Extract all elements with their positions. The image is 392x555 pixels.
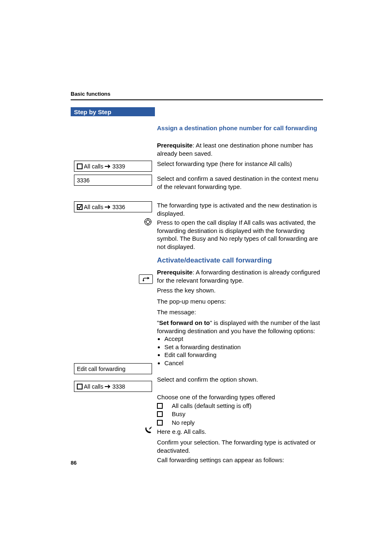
p-the-message: The message: bbox=[157, 308, 323, 316]
forward-arrow-icon bbox=[142, 277, 150, 282]
p-press-open-call-display: Press to open the call display If All ca… bbox=[157, 219, 323, 251]
breadcrumb: Basic functions bbox=[71, 91, 111, 97]
option-set-destination: Set a forwarding destination bbox=[164, 343, 323, 351]
checkbox-checked-icon bbox=[77, 204, 83, 210]
checkbox-empty-icon bbox=[77, 384, 83, 389]
prerequisite-1: Prerequisite: At least one destination p… bbox=[157, 141, 323, 157]
forwarding-type-list: All calls (default setting is off) Busy … bbox=[157, 402, 323, 427]
p-select-saved-destination: Select and confirm a saved destination i… bbox=[157, 175, 323, 191]
options-list: Accept Set a forwarding destination Edit… bbox=[157, 335, 323, 367]
display-text: Edit call forwarding bbox=[77, 366, 125, 372]
check-label: All calls (default setting is off) bbox=[172, 402, 251, 410]
display-dest: 3339 bbox=[112, 163, 125, 170]
p-here-all-calls: Here e.g. All calls. bbox=[157, 428, 323, 436]
display-3336: 3336 bbox=[74, 175, 152, 186]
option-cancel: Cancel bbox=[164, 359, 323, 367]
display-label: All calls bbox=[84, 383, 103, 390]
svg-point-5 bbox=[146, 220, 150, 223]
option-edit-forwarding: Edit call forwarding bbox=[164, 351, 323, 359]
arrow-right-icon bbox=[104, 205, 111, 210]
prerequisite-label: Prerequisite bbox=[157, 269, 193, 276]
svg-line-15 bbox=[149, 427, 152, 429]
prerequisite-label: Prerequisite bbox=[157, 142, 193, 149]
p-type-activated: The forwarding type is activated and the… bbox=[157, 201, 323, 217]
p-settings-appear: Call forwarding settings can appear as f… bbox=[157, 456, 323, 464]
check-busy: Busy bbox=[157, 410, 323, 418]
p-select-confirm-option: Select and confirm the option shown. bbox=[157, 375, 323, 384]
arrow-right-icon bbox=[104, 164, 111, 169]
p-choose-forwarding-type: Choose one of the forwarding types offer… bbox=[157, 393, 323, 401]
nav-wheel-icon bbox=[144, 218, 152, 226]
display-label: All calls bbox=[84, 163, 103, 170]
svg-rect-0 bbox=[77, 164, 82, 169]
checkbox-empty-icon bbox=[157, 420, 163, 426]
checkbox-empty-icon bbox=[157, 403, 163, 409]
handset-off-icon bbox=[144, 426, 152, 434]
page-number: 86 bbox=[71, 460, 76, 466]
check-label: No reply bbox=[172, 419, 195, 427]
svg-marker-11 bbox=[148, 277, 150, 279]
display-dest: 3336 bbox=[112, 204, 125, 210]
header-rule bbox=[71, 99, 323, 100]
p-select-forwarding-type: Select forwarding type (here for instanc… bbox=[157, 160, 321, 168]
check-label: Busy bbox=[172, 410, 185, 418]
check-no-reply: No reply bbox=[157, 419, 323, 427]
sidebar-header: Step by Step bbox=[71, 107, 155, 116]
display-all-calls-3339: All calls 3339 bbox=[74, 161, 152, 172]
arrow-right-icon bbox=[104, 384, 111, 389]
p-confirm-selection: Confirm your selection. The forwarding t… bbox=[157, 438, 323, 454]
svg-rect-12 bbox=[77, 384, 82, 389]
display-all-calls-3336: All calls 3336 bbox=[74, 201, 152, 212]
display-dest: 3338 bbox=[112, 383, 125, 390]
section-activate-deactivate: Activate/deactivate call forwarding bbox=[157, 256, 323, 265]
check-all-calls: All calls (default setting is off) bbox=[157, 402, 323, 410]
display-text: 3336 bbox=[77, 177, 90, 184]
section-assign-destination: Assign a destination phone number for ca… bbox=[157, 124, 323, 132]
checkbox-empty-icon bbox=[77, 164, 83, 169]
p-popup-opens: The pop-up menu opens: bbox=[157, 297, 323, 306]
p-set-forward-on-to: "Set forward on to" is displayed with th… bbox=[157, 319, 323, 367]
display-all-calls-3338: All calls 3338 bbox=[74, 381, 152, 392]
prerequisite-2: Prerequisite: A forwarding destination i… bbox=[157, 268, 323, 284]
set-forward-label: Set forward on to bbox=[159, 319, 210, 326]
display-label: All calls bbox=[84, 204, 103, 210]
forward-key-icon bbox=[139, 274, 153, 284]
option-accept: Accept bbox=[164, 335, 323, 343]
display-edit-call-forwarding: Edit call forwarding bbox=[74, 363, 152, 374]
p-press-key-shown: Press the key shown. bbox=[157, 286, 323, 295]
checkbox-empty-icon bbox=[157, 411, 163, 417]
